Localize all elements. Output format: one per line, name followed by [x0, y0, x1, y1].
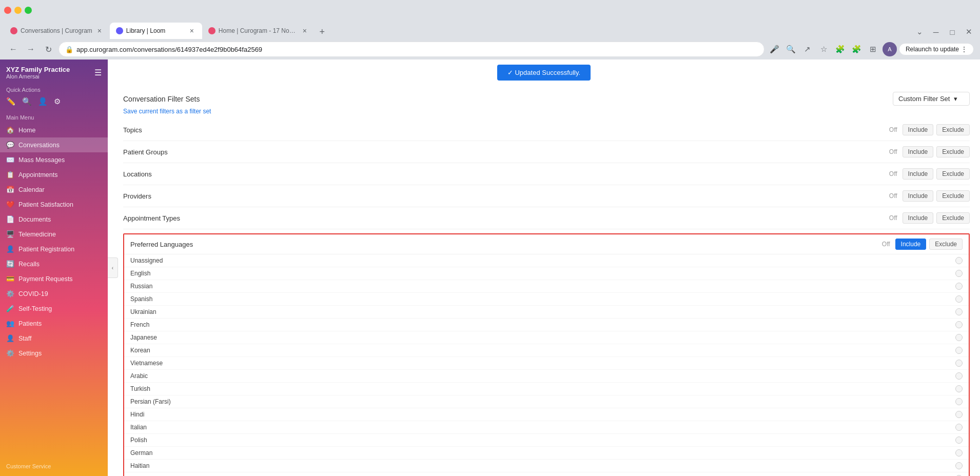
search-icon[interactable]: 🔍: [784, 42, 798, 56]
language-radio[interactable]: [955, 321, 963, 328]
language-radio[interactable]: [955, 385, 963, 392]
topics-include-button[interactable]: Include: [903, 124, 934, 135]
relaunch-label: Relaunch to update: [906, 46, 959, 53]
window-minimize-button[interactable]: [14, 7, 22, 14]
pref-lang-exclude-button[interactable]: Exclude: [929, 239, 963, 250]
language-radio[interactable]: [955, 449, 963, 457]
customer-service-link[interactable]: Customer Service: [6, 463, 51, 469]
window-maximize-button[interactable]: [25, 7, 32, 14]
language-radio[interactable]: [955, 398, 963, 405]
new-tab-button[interactable]: +: [315, 25, 329, 39]
save-filter-link[interactable]: Save current filters as a filter set: [123, 108, 970, 119]
address-bar[interactable]: 🔒 app.curogram.com/conversations/614937e…: [58, 42, 765, 57]
language-radio[interactable]: [955, 347, 963, 354]
sidebar-item-covid19[interactable]: ⚙️ COVID-19: [0, 286, 108, 301]
tab-conversations[interactable]: Conversations | Curogram ×: [4, 23, 110, 39]
patient-groups-exclude-button[interactable]: Exclude: [936, 146, 970, 157]
sidebar-item-patient-registration[interactable]: 👤 Patient Registration: [0, 242, 108, 256]
patient-groups-off-label: Off: [889, 148, 897, 155]
tab-loom[interactable]: Library | Loom ×: [110, 23, 202, 39]
patients-icon: 👥: [6, 320, 14, 327]
sidebar-item-telemedicine[interactable]: 🖥️ Telemedicine: [0, 227, 108, 242]
filter-row-appointment-types: Appointment Types Off Include Exclude: [123, 207, 970, 229]
language-name: Haitian: [130, 462, 149, 469]
tab-bar: Conversations | Curogram × Library | Loo…: [0, 21, 980, 39]
locations-include-button[interactable]: Include: [903, 168, 934, 180]
tab-curogram-home[interactable]: Home | Curogram - 17 Novemb ×: [202, 23, 315, 39]
forward-button[interactable]: →: [24, 42, 38, 56]
close-tab-curogram-home[interactable]: ×: [301, 27, 309, 35]
language-item: Japanese: [124, 331, 969, 344]
close-window-button[interactable]: ✕: [962, 25, 976, 39]
language-radio[interactable]: [955, 411, 963, 418]
patient-groups-include-button[interactable]: Include: [903, 146, 934, 157]
sidebar-item-recalls[interactable]: 🔄 Recalls: [0, 256, 108, 271]
bookmark-icon[interactable]: ☆: [817, 42, 831, 56]
staff-icon: 👤: [6, 334, 14, 342]
sidebar-item-documents[interactable]: 📄 Documents: [0, 212, 108, 227]
profile-button[interactable]: A: [883, 42, 897, 56]
relaunch-button[interactable]: Relaunch to update ⋮: [899, 43, 974, 55]
filter-row-patient-groups: Patient Groups Off Include Exclude: [123, 141, 970, 163]
language-radio[interactable]: [955, 372, 963, 380]
language-radio[interactable]: [955, 257, 963, 264]
language-radio[interactable]: [955, 462, 963, 469]
sidebar-item-payment-requests[interactable]: 💳 Payment Requests: [0, 271, 108, 286]
microphone-icon[interactable]: 🎤: [768, 42, 782, 56]
success-toast: ✓ Updated Successfully.: [497, 65, 591, 81]
language-radio[interactable]: [955, 360, 963, 367]
covid19-icon: ⚙️: [6, 290, 14, 298]
sidebar-item-mass-messages[interactable]: ✉️ Mass Messages: [0, 152, 108, 167]
sidebar-toggle-icon[interactable]: ⊞: [866, 42, 880, 56]
language-radio[interactable]: [955, 308, 963, 315]
sidebar-item-conversations[interactable]: 💬 Conversations: [0, 137, 108, 152]
language-radio[interactable]: [955, 295, 963, 303]
reload-button[interactable]: ↻: [41, 42, 55, 56]
tab-search-button[interactable]: ⌄: [912, 25, 927, 39]
sidebar-item-calendar[interactable]: 📅 Calendar: [0, 182, 108, 197]
locations-exclude-button[interactable]: Exclude: [936, 168, 970, 180]
window-close-button[interactable]: [4, 7, 11, 14]
language-radio[interactable]: [955, 424, 963, 431]
minimize-window-button[interactable]: ─: [929, 25, 943, 39]
user-add-icon[interactable]: 👤: [38, 97, 48, 106]
pref-lang-include-button[interactable]: Include: [895, 239, 927, 250]
close-tab-conversations[interactable]: ×: [95, 27, 104, 35]
language-name: Arabic: [130, 372, 148, 380]
language-radio[interactable]: [955, 270, 963, 277]
sidebar-item-payment-requests-label: Payment Requests: [18, 275, 73, 283]
language-radio[interactable]: [955, 437, 963, 444]
language-name: Hindi: [130, 411, 144, 418]
puzzle-icon[interactable]: 🧩: [850, 42, 864, 56]
extensions-icon[interactable]: 🧩: [833, 42, 848, 56]
restore-window-button[interactable]: □: [945, 25, 959, 39]
sidebar-item-patient-satisfaction[interactable]: ❤️ Patient Satisfaction: [0, 197, 108, 212]
sidebar-item-self-testing[interactable]: 🧪 Self-Testing: [0, 301, 108, 316]
language-radio[interactable]: [955, 283, 963, 290]
providers-exclude-button[interactable]: Exclude: [936, 190, 970, 202]
appointment-types-include-button[interactable]: Include: [903, 212, 934, 224]
sidebar-item-home-label: Home: [18, 127, 35, 134]
sidebar-item-settings[interactable]: ⚙️ Settings: [0, 346, 108, 361]
close-tab-loom[interactable]: ×: [188, 27, 196, 35]
sidebar-item-patients[interactable]: 👥 Patients: [0, 316, 108, 331]
providers-include-button[interactable]: Include: [903, 190, 934, 202]
quick-search-icon[interactable]: 🔍: [22, 97, 32, 106]
share-icon[interactable]: ↗: [800, 42, 815, 56]
language-item: Hindi: [124, 408, 969, 421]
sidebar-item-staff[interactable]: 👤 Staff: [0, 331, 108, 346]
sidebar-collapse-button[interactable]: ‹: [108, 257, 118, 278]
sidebar-header: XYZ Family Practice Alon Amersai ☰: [0, 60, 108, 83]
compose-icon[interactable]: ✏️: [6, 97, 16, 106]
filter-set-dropdown[interactable]: Custom Filter Set ▾: [893, 92, 970, 106]
language-radio[interactable]: [955, 334, 963, 341]
back-button[interactable]: ←: [6, 42, 21, 56]
sidebar-item-appointments[interactable]: 📋 Appointments: [0, 167, 108, 182]
sidebar-item-home[interactable]: 🏠 Home: [0, 123, 108, 137]
preferred-languages-header: Preferred Languages Off Include Exclude: [124, 234, 969, 254]
main-content: ✓ Updated Successfully. Conversation Fil…: [108, 60, 980, 476]
filter-icon[interactable]: ⚙: [54, 97, 61, 106]
topics-exclude-button[interactable]: Exclude: [936, 124, 970, 135]
hamburger-icon[interactable]: ☰: [94, 68, 102, 77]
appointment-types-exclude-button[interactable]: Exclude: [936, 212, 970, 224]
